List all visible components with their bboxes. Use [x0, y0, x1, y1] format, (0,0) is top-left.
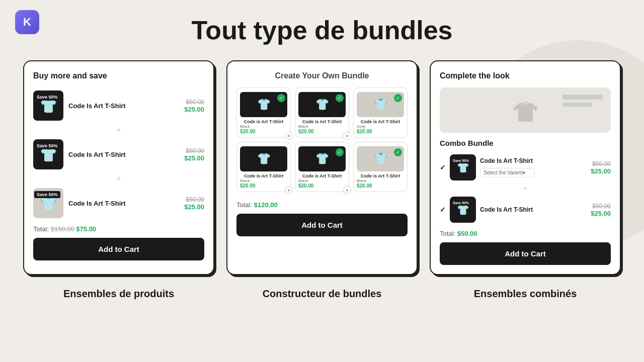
bundle-plus-5: + [343, 186, 351, 194]
footer-label-2: Constructeur de bundles [226, 288, 418, 300]
check-badge-2: ✓ [336, 94, 344, 102]
combo-original-1: $50.00 [591, 160, 611, 167]
check-badge-6: ✓ [394, 148, 402, 156]
total-label-1: Total: [33, 225, 49, 233]
logo[interactable]: K [15, 10, 39, 34]
bundle-item-img-2: 👕 ✓ [298, 92, 346, 117]
card2-total: Total: $120.00 [236, 201, 408, 209]
save-badge-3: Save 50% [34, 191, 60, 198]
page-title: Tout type de bundles [0, 0, 644, 45]
bundle-plus-4: + [285, 186, 293, 194]
price-original-2: $50.00 [184, 147, 204, 154]
total-sale-3: $50.00 [457, 230, 477, 237]
total-sale-1: $75.00 [76, 225, 96, 233]
bundle-item-price-1: $20.00 [240, 129, 287, 134]
price-sale-1: $25.00 [184, 106, 204, 113]
footer-label-1: Ensembles de produits [23, 288, 214, 300]
combo-check-1: ✓ [440, 163, 446, 171]
add-to-cart-button-1[interactable]: Add to Cart [33, 238, 204, 260]
combo-save-badge-1: Save 50% [450, 158, 471, 163]
product-row-1: 👕 Save 50% Code Is Art T-Shirt $50.00 $2… [33, 87, 204, 124]
card-complete-look: Complete the look Combo Bundle ✓ [430, 60, 621, 275]
combo-title: Combo Bundle [440, 139, 611, 147]
bundle-item-color-6: Black [357, 178, 404, 183]
bundle-item-color-2: Black [298, 124, 346, 129]
longsleeve-svg [509, 94, 542, 127]
bundle-item-name-2: Code is Art T-Shirt [298, 119, 346, 124]
check-badge-3: ✓ [394, 94, 402, 102]
bundle-item-name-3: Code is Art T-Shirt [357, 119, 404, 124]
combo-info-2: Code Is Art T-Shirt [480, 206, 587, 213]
bundle-item-img-3: 👕 ✓ [357, 92, 404, 117]
check-badge-5: ✓ [336, 148, 344, 156]
svg-rect-0 [518, 104, 533, 122]
cards-container: Buy more and save 👕 Save 50% Code Is Art… [0, 45, 644, 280]
bundle-item-color-4: Black [240, 178, 287, 183]
save-badge-2: Save 50% [34, 142, 60, 149]
bundle-item-6[interactable]: 👕 ✓ Code is Art T-Shirt Black $20.00 [353, 142, 408, 192]
bundle-item-1[interactable]: 👕 ✓ Code is Art T-Shirt Black $20.00 + [236, 87, 291, 138]
combo-name-1: Code Is Art T-Shirt [480, 157, 587, 164]
card3-title: Complete the look [440, 71, 611, 80]
price-block-2: $50.00 $25.00 [184, 147, 204, 162]
bundle-item-2[interactable]: 👕 ✓ Code is Art T-Shirt Black $20.00 + [295, 87, 349, 138]
total-label-3: Total: [440, 230, 455, 237]
combo-check-2: ✓ [440, 206, 446, 214]
card1-title: Buy more and save [33, 71, 204, 80]
bundle-item-color-3: Grey [357, 124, 404, 129]
price-block-3: $50.00 $25.00 [184, 196, 204, 211]
card1-total: Total: $150.00 $75.00 [33, 225, 204, 233]
product-row-3: 👕 Save 50% Code Is Art T-Shirt $50.00 $2… [33, 185, 204, 221]
bundle-item-price-5: $20.00 [298, 183, 346, 189]
bundle-plus-1: + [285, 132, 293, 140]
combo-save-badge-2: Save 50% [450, 200, 471, 206]
combo-info-1: Code Is Art T-Shirt Select the Varient ▾ [480, 157, 587, 177]
add-to-cart-button-3[interactable]: Add to Cart [440, 242, 611, 265]
bundle-item-price-6: $20.00 [357, 183, 404, 189]
chevron-down-icon: ▾ [523, 170, 525, 175]
price-block-1: $50.00 $25.00 [184, 99, 204, 113]
combo-sale-2: $25.00 [591, 210, 611, 217]
combo-sale-1: $25.00 [591, 167, 611, 175]
combo-plus-divider: ＋ [440, 183, 611, 195]
look-hero [440, 87, 611, 133]
bundle-item-name-4: Code is Art T-Shirt [240, 173, 287, 178]
add-to-cart-button-2[interactable]: Add to Cart [236, 214, 408, 236]
bundle-item-price-3: $20.00 [357, 129, 404, 134]
combo-row-2: ✓ 👕 Save 50% Code Is Art T-Shirt $50.00 … [440, 195, 611, 225]
total-sale-2: $120.00 [254, 201, 278, 209]
combo-row-1: ✓ 👕 Save 50% Code Is Art T-Shirt Select … [440, 152, 611, 183]
combo-original-2: $50.00 [591, 203, 611, 210]
bundle-item-5[interactable]: 👕 ✓ Code is Art T-Shirt Black $20.00 + [295, 142, 349, 192]
bundle-item-name-1: Code is Art T-Shirt [240, 119, 287, 124]
product-name-1: Code Is Art T-Shirt [68, 102, 179, 110]
bundle-item-3[interactable]: 👕 ✓ Code is Art T-Shirt Grey $20.00 [353, 87, 408, 138]
combo-price-1: $50.00 $25.00 [591, 160, 611, 175]
svg-point-4 [522, 101, 528, 105]
bundle-item-img-5: 👕 ✓ [298, 146, 346, 171]
price-sale-3: $25.00 [184, 203, 204, 211]
combo-price-2: $50.00 $25.00 [591, 203, 611, 217]
total-original-1: $150.00 [51, 225, 74, 233]
card-bundle-builder: Create Your Own Bundle 👕 ✓ Code is Art T… [226, 60, 418, 275]
bundle-item-img-4: 👕 [240, 146, 287, 171]
bundle-item-img-6: 👕 ✓ [357, 146, 404, 171]
card-buy-more: Buy more and save 👕 Save 50% Code Is Art… [23, 60, 214, 275]
bundle-item-4[interactable]: 👕 Code is Art T-Shirt Black $20.00 + [236, 142, 291, 192]
bundle-grid: 👕 ✓ Code is Art T-Shirt Black $20.00 + 👕… [236, 87, 408, 192]
price-sale-2: $25.00 [184, 154, 204, 162]
product-row-2: 👕 Save 50% Code Is Art T-Shirt $50.00 $2… [33, 136, 204, 172]
price-original-3: $50.00 [184, 196, 204, 203]
look-hero-img [508, 93, 543, 128]
bundle-item-color-5: Black [298, 178, 346, 183]
variant-select-1[interactable]: Select the Varient ▾ [480, 168, 535, 177]
save-badge-1: Save 50% [34, 94, 60, 101]
variant-placeholder-1: Select the Varient [484, 170, 523, 175]
total-label-2: Total: [236, 201, 252, 209]
bundle-item-name-6: Code is Art T-Shirt [357, 173, 404, 178]
price-original-1: $50.00 [184, 99, 204, 106]
card2-title: Create Your Own Bundle [236, 71, 408, 80]
bundle-item-price-4: $20.00 [240, 183, 287, 189]
plus-divider-2: ＋ [33, 172, 204, 185]
product-name-2: Code Is Art T-Shirt [68, 151, 179, 158]
